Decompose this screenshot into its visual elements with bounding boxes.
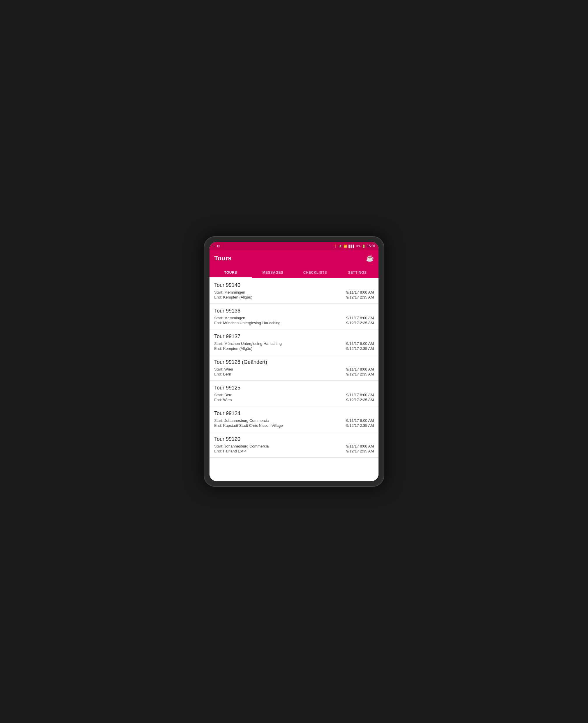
tour-end-row: End: Kapstadt Stadt Chris Nissen Village… xyxy=(214,423,374,428)
start-date: 9/11/17 8:00 AM xyxy=(346,316,374,320)
time-display: 15:01 xyxy=(367,244,376,248)
start-label: Start: xyxy=(214,290,223,294)
end-date: 9/12/17 2:35 AM xyxy=(346,423,374,428)
app-title: Tours xyxy=(214,254,231,262)
wifi-icon: 📶 xyxy=(343,245,347,248)
end-label: End: xyxy=(214,346,222,351)
end-label: End: xyxy=(214,423,222,428)
tour-start-row: Start: Bern 9/11/17 8:00 AM xyxy=(214,393,374,397)
tab-tours[interactable]: TOURS xyxy=(210,266,252,278)
status-bar: ▭ ⊡ 📍 🔇 📶 ▌▌▌ 3% 🔋 15:01 xyxy=(210,242,378,250)
start-label: Start: xyxy=(214,316,223,320)
status-bar-right: 📍 🔇 📶 ▌▌▌ 3% 🔋 15:01 xyxy=(334,244,376,248)
end-date: 9/12/17 2:35 AM xyxy=(346,321,374,325)
tour-start-row: Start: Johannesburg Commercia 9/11/17 8:… xyxy=(214,418,374,423)
tour-name: Tour 99136 xyxy=(214,308,374,314)
tour-end-row: End: Fairland Ext 4 9/12/17 2:35 AM xyxy=(214,449,374,453)
tour-end-row: End: München Untergiesing-Harlaching 9/1… xyxy=(214,321,374,325)
start-location: Wien xyxy=(224,367,233,371)
start-location: Johannesburg Commercia xyxy=(224,444,269,448)
start-label: Start: xyxy=(214,418,223,423)
start-date: 9/11/17 8:00 AM xyxy=(346,418,374,423)
start-date: 9/11/17 8:00 AM xyxy=(346,367,374,371)
end-date: 9/12/17 2:35 AM xyxy=(346,346,374,351)
start-location: München Untergiesing-Harlaching xyxy=(224,342,282,346)
cup-icon[interactable]: ☕ xyxy=(366,254,374,262)
signal-icon: ▌▌▌ xyxy=(349,245,355,248)
tour-start-row: Start: Memmingen 9/11/17 8:00 AM xyxy=(214,316,374,320)
end-date: 9/12/17 2:35 AM xyxy=(346,449,374,453)
end-label: End: xyxy=(214,398,222,402)
tour-item[interactable]: Tour 99125 Start: Bern 9/11/17 8:00 AM E… xyxy=(210,381,378,407)
end-location: Kempten (Allgäu) xyxy=(223,346,252,351)
tour-item[interactable]: Tour 99140 Start: Memmingen 9/11/17 8:00… xyxy=(210,278,378,304)
muted-icon: 🔇 xyxy=(339,245,342,248)
location-icon: 📍 xyxy=(334,245,337,248)
end-location: Bern xyxy=(223,372,231,376)
tab-checklists[interactable]: CHECKLISTS xyxy=(294,266,336,278)
status-bar-left: ▭ ⊡ xyxy=(212,244,220,248)
end-location: Kempten (Allgäu) xyxy=(223,295,252,299)
end-date: 9/12/17 2:35 AM xyxy=(346,295,374,299)
tour-item[interactable]: Tour 99124 Start: Johannesburg Commercia… xyxy=(210,407,378,432)
tour-end-row: End: Bern 9/12/17 2:35 AM xyxy=(214,372,374,376)
tour-start-row: Start: Memmingen 9/11/17 8:00 AM xyxy=(214,290,374,294)
tour-name: Tour 99137 xyxy=(214,333,374,339)
end-label: End: xyxy=(214,449,222,453)
device-frame: ▭ ⊡ 📍 🔇 📶 ▌▌▌ 3% 🔋 15:01 Tours ☕ TOURS xyxy=(204,236,384,487)
end-location: München Untergiesing-Harlaching xyxy=(223,321,280,325)
tour-name: Tour 99140 xyxy=(214,282,374,288)
tab-messages[interactable]: MESSAGES xyxy=(252,266,294,278)
tour-start-row: Start: Wien 9/11/17 8:00 AM xyxy=(214,367,374,371)
end-label: End: xyxy=(214,295,222,299)
phone-icon: ▭ xyxy=(212,244,215,248)
tour-end-row: End: Kempten (Allgäu) 9/12/17 2:35 AM xyxy=(214,295,374,299)
tour-item[interactable]: Tour 99137 Start: München Untergiesing-H… xyxy=(210,329,378,355)
start-label: Start: xyxy=(214,342,223,346)
end-location: Kapstadt Stadt Chris Nissen Village xyxy=(223,423,283,428)
tab-settings[interactable]: SETTINGS xyxy=(336,266,378,278)
start-label: Start: xyxy=(214,367,223,371)
start-date: 9/11/17 8:00 AM xyxy=(346,342,374,346)
start-location: Memmingen xyxy=(224,290,245,294)
end-label: End: xyxy=(214,372,222,376)
battery-icon: 🔋 xyxy=(362,245,365,248)
start-date: 9/11/17 8:00 AM xyxy=(346,444,374,448)
start-label: Start: xyxy=(214,393,223,397)
tour-item[interactable]: Tour 99136 Start: Memmingen 9/11/17 8:00… xyxy=(210,304,378,329)
tour-start-row: Start: München Untergiesing-Harlaching 9… xyxy=(214,342,374,346)
tour-item[interactable]: Tour 99120 Start: Johannesburg Commercia… xyxy=(210,432,378,458)
end-location: Wien xyxy=(223,398,232,402)
start-label: Start: xyxy=(214,444,223,448)
tours-list: Tour 99140 Start: Memmingen 9/11/17 8:00… xyxy=(210,278,378,481)
tour-name: Tour 99128 (Geändert) xyxy=(214,359,374,365)
start-date: 9/11/17 8:00 AM xyxy=(346,290,374,294)
end-date: 9/12/17 2:35 AM xyxy=(346,398,374,402)
start-date: 9/11/17 8:00 AM xyxy=(346,393,374,397)
tour-end-row: End: Wien 9/12/17 2:35 AM xyxy=(214,398,374,402)
end-location: Fairland Ext 4 xyxy=(223,449,247,453)
tour-item[interactable]: Tour 99128 (Geändert) Start: Wien 9/11/1… xyxy=(210,355,378,381)
battery-text: 3% xyxy=(356,245,360,248)
end-date: 9/12/17 2:35 AM xyxy=(346,372,374,376)
tour-start-row: Start: Johannesburg Commercia 9/11/17 8:… xyxy=(214,444,374,448)
tour-name: Tour 99124 xyxy=(214,411,374,417)
end-label: End: xyxy=(214,321,222,325)
app-bar: Tours ☕ xyxy=(210,250,378,266)
tour-end-row: End: Kempten (Allgäu) 9/12/17 2:35 AM xyxy=(214,346,374,351)
start-location: Memmingen xyxy=(224,316,245,320)
device-screen: ▭ ⊡ 📍 🔇 📶 ▌▌▌ 3% 🔋 15:01 Tours ☕ TOURS xyxy=(210,242,378,481)
tab-bar: TOURS MESSAGES CHECKLISTS SETTINGS xyxy=(210,266,378,278)
start-location: Bern xyxy=(224,393,232,397)
start-location: Johannesburg Commercia xyxy=(224,418,269,423)
tour-name: Tour 99120 xyxy=(214,436,374,442)
tour-name: Tour 99125 xyxy=(214,385,374,391)
image-icon: ⊡ xyxy=(217,244,220,248)
